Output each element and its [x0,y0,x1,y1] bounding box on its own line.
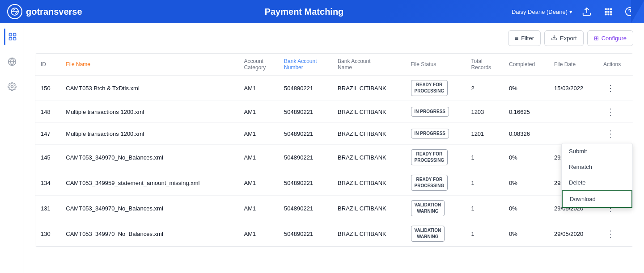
sidebar [0,23,24,273]
cell-actions: ⋮ [598,101,633,123]
svg-rect-4 [607,8,609,10]
cell-completed: 0% [504,170,549,196]
configure-icon: ⊞ [594,35,599,42]
status-badge: IN PROGRESS [411,129,449,139]
svg-rect-17 [13,38,16,40]
dropdown-item-delete[interactable]: Delete [562,175,632,190]
col-account-category: AccountCategory [239,54,279,76]
cell-account-category: AM1 [239,145,279,170]
cell-file-status: READY FORPROCESSING [406,145,466,170]
dropdown-item-submit[interactable]: Submit [562,143,632,159]
cell-completed: 0% [504,196,549,221]
table-row: 150 CAMT053 Btch & TxDtls.xml AM1 504890… [35,76,633,101]
table-header-row: ID File Name AccountCategory Bank Accoun… [35,54,633,76]
col-completed: Completed [504,54,549,76]
sidebar-item-settings[interactable] [4,79,20,95]
cell-file-date [549,101,598,123]
cell-file-name: Multiple transactions 1200.xml [60,101,238,123]
cell-bank-account-name: BRAZIL CITIBANK [332,145,405,170]
cell-total-records: 1201 [466,123,504,145]
cell-id: 130 [35,221,60,247]
cell-id: 134 [35,170,60,196]
filter-label: Filter [521,35,534,42]
dropdown-item-download[interactable]: Download [562,190,632,208]
cell-bank-account-name: BRAZIL CITIBANK [332,123,405,145]
cell-bank-account-name: BRAZIL CITIBANK [332,101,405,123]
logo-text: gotransverse [26,7,82,17]
svg-rect-11 [610,13,612,15]
cell-file-status: VALIDATIONWARNING [406,196,466,221]
grid-icon[interactable] [601,4,615,19]
cell-id: 147 [35,123,60,145]
main-content: ≡ Filter Export ⊞ Configure [24,23,644,273]
status-badge: VALIDATIONWARNING [411,226,445,242]
cell-actions: ⋮ [598,123,633,145]
data-table-wrapper: ID File Name AccountCategory Bank Accoun… [35,53,633,247]
cell-file-date: 29/05/2020 [549,221,598,247]
col-bank-account-number: Bank AccountNumber [279,54,332,76]
cell-total-records: 1 [466,196,504,221]
cell-completed: 0.08326 [504,123,549,145]
action-menu-button[interactable]: ⋮ [603,82,618,94]
filter-icon: ≡ [515,35,518,42]
table-row: 134 CAMT053_349959_statement_amount_miss… [35,170,633,196]
cell-bank-account-name: BRAZIL CITIBANK [332,196,405,221]
table-row: 131 CAMT053_349970_No_Balances.xml AM1 5… [35,196,633,221]
status-badge: READY FORPROCESSING [411,175,448,191]
cell-actions: ⋮ [598,221,633,247]
configure-button[interactable]: ⊞ Configure [587,30,633,46]
filter-button[interactable]: ≡ Filter [508,30,541,46]
layout: ≡ Filter Export ⊞ Configure [0,23,644,273]
status-badge: READY FORPROCESSING [411,149,448,165]
cell-completed: 0% [504,145,549,170]
cell-bank-account-name: BRAZIL CITIBANK [332,76,405,101]
logo[interactable]: gotransverse [7,4,97,19]
cell-account-category: AM1 [239,101,279,123]
user-menu[interactable]: Daisy Deane (Deane) ▾ [512,8,572,15]
export-label: Export [560,35,577,42]
toolbar: ≡ Filter Export ⊞ Configure [35,30,633,46]
col-total-records: TotalRecords [466,54,504,76]
sidebar-item-globe[interactable] [4,54,20,70]
export-button[interactable]: Export [544,30,584,46]
cell-file-status: IN PROGRESS [406,101,466,123]
table-row: 147 Multiple transactions 1200.xml AM1 5… [35,123,633,145]
cell-bank-account-name: BRAZIL CITIBANK [332,221,405,247]
col-bank-account-name: Bank AccountName [332,54,405,76]
svg-rect-6 [605,11,607,13]
cell-completed: 0% [504,76,549,101]
upload-icon[interactable] [580,4,594,19]
cell-actions: ⋮ [598,76,633,101]
cell-id: 131 [35,196,60,221]
header-right: Daisy Deane (Deane) ▾ [512,4,637,19]
cell-completed: 0.16625 [504,101,549,123]
user-name: Daisy Deane (Deane) [512,8,568,15]
col-id: ID [35,54,60,76]
dropdown-item-rematch[interactable]: Rematch [562,159,632,175]
cell-file-name: CAMT053_349970_No_Balances.xml [60,221,238,247]
svg-rect-16 [13,34,16,36]
export-icon [551,34,557,42]
cell-total-records: 1 [466,221,504,247]
cell-file-status: READY FORPROCESSING [406,76,466,101]
status-badge: VALIDATIONWARNING [411,200,445,216]
svg-rect-5 [610,8,612,10]
action-menu-button[interactable]: ⋮ [603,227,618,240]
cell-file-name: Multiple transactions 1200.xml [60,123,238,145]
action-menu-button[interactable]: ⋮ [603,105,618,118]
cell-bank-account-number: 504890221 [279,145,332,170]
cell-bank-account-number: 504890221 [279,170,332,196]
cell-account-category: AM1 [239,196,279,221]
data-table: ID File Name AccountCategory Bank Accoun… [35,54,633,246]
sidebar-item-files[interactable] [4,29,20,45]
col-actions: Actions [598,54,633,76]
col-file-name: File Name [60,54,238,76]
table-row: 145 CAMT053_349970_No_Balances.xml AM1 5… [35,145,633,170]
cell-account-category: AM1 [239,170,279,196]
cell-file-name: CAMT053_349959_statement_amount_missing.… [60,170,238,196]
action-menu-button[interactable]: ⋮ [603,127,618,140]
cell-file-date [549,123,598,145]
help-icon[interactable] [623,4,637,19]
cell-id: 150 [35,76,60,101]
cell-account-category: AM1 [239,221,279,247]
